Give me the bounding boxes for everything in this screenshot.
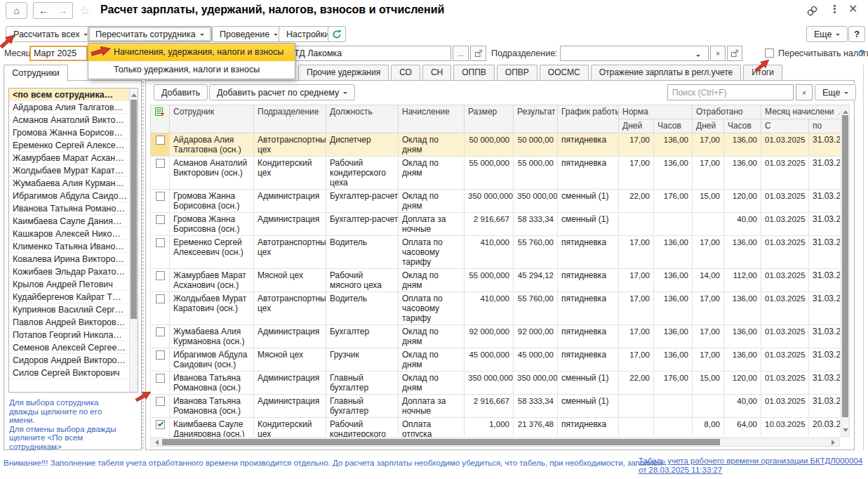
grid-vertical-scrollbar[interactable] xyxy=(841,105,850,437)
scroll-up-icon[interactable] xyxy=(843,107,848,114)
row-checkbox[interactable] xyxy=(156,397,165,406)
grid-row[interactable]: Жолдыбаев Мурат Каратович (осн.)Автотран… xyxy=(151,292,841,325)
workspace-tab[interactable]: ОПВР xyxy=(497,65,538,81)
workspace-tab[interactable]: ООСМС xyxy=(540,65,589,81)
refresh-button[interactable] xyxy=(328,26,346,42)
employee-list[interactable]: <по всем сотрудника…Айдарова Алия Талгат… xyxy=(8,88,138,393)
posting-button[interactable]: Проведение xyxy=(212,26,286,42)
col-worked-days[interactable]: Дней xyxy=(693,119,724,133)
row-checkbox[interactable] xyxy=(156,159,165,168)
row-checkbox[interactable] xyxy=(156,238,165,247)
chevron-down-icon[interactable] xyxy=(696,55,700,59)
toolbar-more-button[interactable]: Еще xyxy=(806,26,848,42)
grid-row[interactable]: Жумабаева Алия Курмановна (осн.)Админист… xyxy=(151,325,841,348)
employee-list-item[interactable]: Иванова Татьяна Романо… xyxy=(9,202,129,215)
grid-row[interactable]: Асманов Анатолий Викторович (осн.)Кондит… xyxy=(151,157,841,190)
grid-row[interactable]: Ибрагимов Абдула Саидович (осн.)Мясной ц… xyxy=(151,348,841,372)
row-checkbox[interactable] xyxy=(156,136,165,145)
col-norm-hours[interactable]: Часов xyxy=(654,119,693,133)
employee-list-item[interactable]: Потапов Георгий Никола… xyxy=(9,329,129,341)
configure-columns-icon[interactable] xyxy=(154,107,165,117)
toolbar-help-button[interactable]: ? xyxy=(848,26,865,42)
forward-button[interactable]: → xyxy=(53,2,73,19)
employee-list-item[interactable]: Кудайбергенов Кайрат Т… xyxy=(9,291,129,303)
home-button[interactable]: ⌂ xyxy=(6,2,27,19)
department-open-icon[interactable] xyxy=(727,46,742,61)
grid-row[interactable]: Жамурбаев Марат Асханович (осн.)Мясной ц… xyxy=(151,269,841,292)
workspace-tab[interactable]: Отражение зарплаты в регл.учете xyxy=(591,65,742,81)
col-amount[interactable]: Размер xyxy=(465,105,514,133)
add-average-button[interactable]: Добавить расчет по среднему xyxy=(209,84,355,100)
col-date-from[interactable]: С xyxy=(761,119,809,133)
row-checkbox[interactable] xyxy=(156,350,165,360)
employee-list-item[interactable]: Жумабаева Алия Курман… xyxy=(9,177,129,190)
grid-row[interactable]: Иванова Татьяна Романовна (осн.)Админист… xyxy=(151,372,841,395)
workspace-tab[interactable]: ОППВ xyxy=(453,65,495,81)
month-input[interactable] xyxy=(29,46,88,61)
scroll-up-icon[interactable] xyxy=(131,91,137,97)
tab-employees[interactable]: Сотрудники xyxy=(4,65,68,81)
organization-ellipsis-button[interactable]: ... xyxy=(453,46,469,61)
col-norm[interactable]: Норма xyxy=(619,105,693,119)
timesheet-link[interactable]: Табель учета рабочего времени организаци… xyxy=(639,457,868,475)
col-employee[interactable]: Сотрудник xyxy=(170,105,254,133)
employee-list-item[interactable]: Ковалева Ирина Викторо… xyxy=(9,253,129,265)
workspace-tab[interactable]: Прочие удержания xyxy=(298,65,389,81)
recalc-employee-button[interactable]: Пересчитать сотрудника xyxy=(88,26,212,42)
workspace-tab[interactable]: СН xyxy=(422,65,451,81)
row-checkbox[interactable] xyxy=(156,374,165,383)
row-checkbox[interactable] xyxy=(156,271,165,280)
employee-list-item[interactable]: Силов Сергей Викторович xyxy=(9,367,129,379)
col-schedule[interactable]: График работы xyxy=(558,105,619,133)
department-combo[interactable] xyxy=(560,46,709,61)
organization-field[interactable] xyxy=(290,46,451,61)
employee-list-item[interactable]: Кашкаров Алексей Нико… xyxy=(9,228,129,240)
scrollbar-thumb[interactable] xyxy=(162,439,720,445)
organization-open-icon[interactable] xyxy=(470,46,486,61)
back-button[interactable]: ← xyxy=(33,2,54,19)
row-checkbox[interactable] xyxy=(156,294,165,303)
row-checkbox[interactable] xyxy=(156,420,165,429)
col-norm-days[interactable]: Дней xyxy=(619,119,654,133)
employee-list-item[interactable]: Клименко Татьяна Ивано… xyxy=(9,240,129,253)
employee-list-item[interactable]: Асманов Анатолий Викто… xyxy=(9,114,129,126)
search-input[interactable] xyxy=(667,84,794,100)
favorite-star-icon[interactable]: ☆ xyxy=(79,4,90,18)
scroll-left-icon[interactable] xyxy=(152,440,159,445)
employee-list-item[interactable]: Громова Жанна Борисов… xyxy=(9,126,129,139)
get-link-icon[interactable] xyxy=(806,5,818,19)
menu-item-accruals-taxes[interactable]: Начисления, удержания, налоги и взносы xyxy=(88,44,295,61)
employee-list-item[interactable]: Еременко Сергей Алексе… xyxy=(9,139,129,152)
col-result[interactable]: Результат xyxy=(514,105,558,133)
employee-list-item[interactable]: Жамурбаев Марат Асхан… xyxy=(9,152,129,164)
department-clear-icon[interactable]: × xyxy=(710,46,726,61)
row-checkbox[interactable] xyxy=(156,192,165,201)
col-month[interactable]: Месяц начислени xyxy=(761,105,840,119)
employee-list-item[interactable]: Крылов Андрей Петович xyxy=(9,278,129,291)
grid-row[interactable]: Еременко Сергей Алексеевич (осн.)Автотра… xyxy=(151,236,841,269)
grid-horizontal-scrollbar[interactable] xyxy=(150,438,840,447)
row-checkbox[interactable] xyxy=(156,327,165,336)
menu-item-only-deductions[interactable]: Только удержания, налоги и взносы xyxy=(88,61,295,79)
employee-list-scrollbar[interactable] xyxy=(129,88,138,392)
scroll-right-icon[interactable] xyxy=(832,440,838,445)
employee-list-item[interactable]: Куприянов Василий Серг… xyxy=(9,303,129,316)
workspace-tab[interactable]: СО xyxy=(391,65,420,81)
col-position[interactable]: Должность xyxy=(326,105,399,133)
add-button[interactable]: Добавить xyxy=(154,84,208,100)
search-clear-icon[interactable]: × xyxy=(796,84,813,100)
scrollbar-thumb[interactable] xyxy=(131,100,137,319)
row-checkbox[interactable] xyxy=(156,215,165,224)
employee-list-item[interactable]: Ибрагимов Абдула Саидо… xyxy=(9,190,129,202)
employee-list-item[interactable]: <по всем сотрудника… xyxy=(9,88,129,101)
employee-list-item[interactable]: Каимбаева Сауле Дания… xyxy=(9,215,129,228)
col-worked[interactable]: Отработано xyxy=(693,105,761,119)
grid-row[interactable]: Громова Жанна Борисовна (осн.)Администра… xyxy=(151,190,841,213)
more-vert-icon[interactable]: ⋮ xyxy=(829,3,840,15)
col-department[interactable]: Подразделение xyxy=(254,105,326,133)
calc-all-button[interactable]: Рассчитать всех xyxy=(6,26,95,42)
grid-row[interactable]: Громова Жанна Борисовна (осн.)Администра… xyxy=(151,213,841,236)
scroll-down-icon[interactable] xyxy=(843,428,848,435)
col-date-to[interactable]: по xyxy=(809,119,840,133)
scrollbar-thumb[interactable] xyxy=(842,115,848,417)
